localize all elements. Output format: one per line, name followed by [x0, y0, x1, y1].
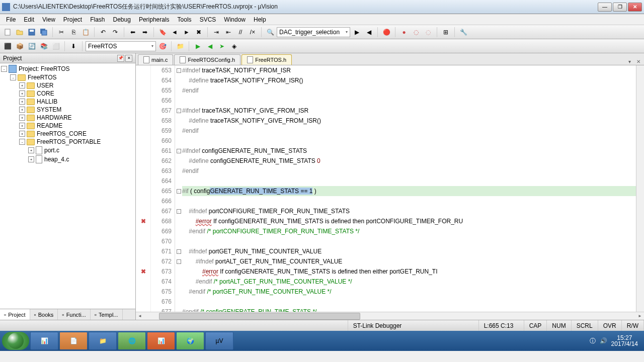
- uncomment-button[interactable]: /×: [247, 27, 258, 38]
- sidebar-tab-functi[interactable]: ▫Functi...: [58, 309, 90, 320]
- stop-build-button[interactable]: ⬜: [50, 41, 61, 52]
- nav-back-button[interactable]: ⬅: [127, 27, 138, 38]
- breakpoint-disable-button[interactable]: ◌: [411, 27, 422, 38]
- tree-folder-freertos_core[interactable]: +FreeRTOS_CORE: [1, 130, 134, 138]
- project-pin-button[interactable]: 📌: [117, 55, 124, 62]
- minimize-button[interactable]: —: [598, 3, 612, 12]
- rebuild-button[interactable]: 🔄: [26, 41, 37, 52]
- bookmark-prev-button[interactable]: ◄: [169, 27, 180, 38]
- svg-rect-2: [30, 30, 34, 32]
- editor-tab-main-c[interactable]: main.c: [138, 54, 173, 65]
- menu-svcs[interactable]: SVCS: [196, 15, 220, 25]
- tab-close-button[interactable]: ✕: [635, 58, 642, 65]
- menu-help[interactable]: Help: [250, 15, 270, 25]
- find-combo[interactable]: DAC_trigger_selection: [277, 27, 350, 37]
- sidebar-tab-project[interactable]: ▫Project: [0, 309, 30, 320]
- tree-folder-core[interactable]: +CORE: [1, 89, 134, 98]
- find-next-button[interactable]: ▶: [351, 27, 362, 38]
- task-app1[interactable]: 🌐: [118, 332, 146, 350]
- tray-flag-icon[interactable]: ⓘ: [590, 337, 596, 345]
- vertical-scrollbar[interactable]: [636, 65, 644, 312]
- tree-folder-hallib[interactable]: +HALLIB: [1, 98, 134, 106]
- tab-dropdown-button[interactable]: ▾: [626, 58, 633, 65]
- breakpoint-button[interactable]: ●: [398, 27, 410, 38]
- saveall-button[interactable]: [38, 27, 49, 38]
- horizontal-scrollbar[interactable]: ◄ ►: [136, 312, 644, 320]
- maximize-button[interactable]: ❐: [613, 3, 627, 12]
- task-pdf[interactable]: 📄: [59, 332, 88, 350]
- close-button[interactable]: ✕: [628, 3, 642, 12]
- menu-file[interactable]: File: [2, 15, 20, 25]
- batch-build-button[interactable]: 📚: [38, 41, 49, 52]
- tray-sound-icon[interactable]: 🔊: [600, 337, 607, 344]
- build-button[interactable]: 📦: [14, 41, 25, 52]
- code-text[interactable]: #ifndef traceTASK_NOTIFY_FROM_ISR #defin…: [182, 65, 636, 312]
- fold-column[interactable]: -------: [175, 65, 182, 312]
- menu-edit[interactable]: Edit: [20, 15, 38, 25]
- comment-button[interactable]: //: [235, 27, 246, 38]
- menu-project[interactable]: Project: [59, 15, 86, 25]
- cut-button[interactable]: ✂: [56, 27, 67, 38]
- bookmark-next-button[interactable]: ►: [181, 27, 192, 38]
- code-area[interactable]: ✖✖ 6536546556566576586596606616626636646…: [136, 65, 644, 312]
- open-button[interactable]: [14, 27, 25, 38]
- target-combo[interactable]: FreeRTOS: [86, 41, 156, 51]
- tree-folder-readme[interactable]: +README: [1, 122, 134, 130]
- tree-folder-system[interactable]: +SYSTEM: [1, 106, 134, 114]
- marker-gutter[interactable]: ✖✖: [136, 65, 151, 312]
- save-button[interactable]: [26, 27, 37, 38]
- window-button[interactable]: ⊞: [440, 27, 451, 38]
- step-button[interactable]: ➤: [216, 41, 227, 52]
- menu-debug[interactable]: Debug: [109, 15, 135, 25]
- editor-tab-FreeRTOS-h[interactable]: FreeRTOS.h: [242, 54, 292, 65]
- undo-button[interactable]: ↶: [98, 27, 109, 38]
- tree-folder-freertos_portable[interactable]: -FreeRTOS_PORTABLE: [1, 138, 134, 146]
- download-button[interactable]: ⬇: [68, 41, 79, 52]
- task-browser[interactable]: 🌍: [176, 332, 204, 350]
- menu-tools[interactable]: Tools: [174, 15, 196, 25]
- redo-button[interactable]: ↷: [110, 27, 121, 38]
- find-button[interactable]: 🔍: [265, 27, 276, 38]
- find-prev-button[interactable]: ◀: [363, 27, 374, 38]
- menu-peripherals[interactable]: Peripherals: [135, 15, 174, 25]
- statusbar: ST-Link Debugger L:665 C:13 CAP NUM SCRL…: [0, 320, 644, 331]
- config-button[interactable]: 🔧: [458, 27, 469, 38]
- tray-clock[interactable]: 15:27 2017/4/14: [611, 335, 638, 347]
- tree-folder-user[interactable]: +USER: [1, 81, 134, 89]
- tree-file-port-c[interactable]: +port.c: [1, 146, 134, 155]
- sidebar-tab-books[interactable]: ▫Books: [30, 309, 58, 320]
- debug-button[interactable]: 🔴: [381, 27, 392, 38]
- menu-window[interactable]: Window: [220, 15, 250, 25]
- task-files[interactable]: 📁: [89, 332, 117, 350]
- project-tree[interactable]: -Project: FreeRTOS-FreeRTOS+USER+CORE+HA…: [0, 63, 135, 309]
- start-button[interactable]: [2, 332, 29, 350]
- nav-fwd-button[interactable]: ➡: [139, 27, 150, 38]
- pack-button[interactable]: ◈: [228, 41, 239, 52]
- breakpoint-kill-button[interactable]: ◌: [423, 27, 434, 38]
- menu-view[interactable]: View: [38, 15, 59, 25]
- sidebar-tab-templ[interactable]: ▫Templ...: [91, 309, 123, 320]
- indent-button[interactable]: ⇥: [211, 27, 222, 38]
- tree-file-heap_4-c[interactable]: +heap_4.c: [1, 155, 134, 164]
- editor-tab-FreeRTOSConfig-h[interactable]: FreeRTOSConfig.h: [174, 54, 240, 65]
- target-options-button[interactable]: 🎯: [157, 41, 168, 52]
- tree-target[interactable]: -FreeRTOS: [1, 73, 134, 81]
- project-close-button[interactable]: ✕: [125, 55, 132, 62]
- bookmark-button[interactable]: 🔖: [157, 27, 168, 38]
- task-ppt[interactable]: 📊: [147, 332, 175, 350]
- tree-project-root[interactable]: -Project: FreeRTOS: [1, 64, 134, 73]
- outdent-button[interactable]: ⇤: [223, 27, 234, 38]
- stop-button[interactable]: ◀: [204, 41, 215, 52]
- new-button[interactable]: [2, 27, 13, 38]
- run-button[interactable]: ▶: [192, 41, 203, 52]
- tree-folder-hardware[interactable]: +HARDWARE: [1, 114, 134, 122]
- paste-button[interactable]: 📋: [80, 27, 91, 38]
- task-explorer[interactable]: 📊: [30, 332, 58, 350]
- menu-flash[interactable]: Flash: [86, 15, 109, 25]
- task-uvision[interactable]: µV: [205, 332, 233, 350]
- bookmark-clear-button[interactable]: ✖: [193, 27, 204, 38]
- translate-button[interactable]: ⬛: [2, 41, 13, 52]
- copy-button[interactable]: ⎘: [68, 27, 79, 38]
- system-tray[interactable]: ⓘ 🔊 15:27 2017/4/14: [590, 335, 642, 347]
- manage-button[interactable]: 📁: [175, 41, 186, 52]
